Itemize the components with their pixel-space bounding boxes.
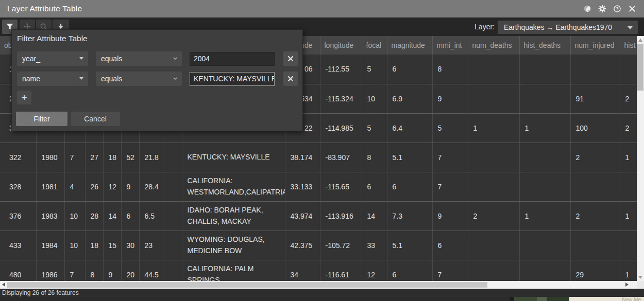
table-cell <box>163 201 182 231</box>
cancel-button[interactable]: Cancel <box>71 112 120 126</box>
filter-field-select-0[interactable]: year_ <box>17 51 88 66</box>
scroll-left-icon[interactable] <box>2 282 5 287</box>
filter-value-input-0[interactable]: 2004 <box>190 52 275 66</box>
title-bar: Layer Attribute Table <box>0 0 644 17</box>
table-cell: 2 <box>620 84 637 113</box>
column-header[interactable]: hist_deaths <box>519 36 570 55</box>
horizontal-scrollbar-thumb[interactable] <box>7 282 487 288</box>
table-cell: 1983 <box>36 201 64 231</box>
table-cell: 18 <box>103 143 121 172</box>
layer-select[interactable]: Earthquakes → Earthquakes1970 <box>498 21 638 34</box>
table-cell: 6 <box>121 201 139 231</box>
table-cell <box>519 260 570 281</box>
table-cell: 376 <box>0 201 36 231</box>
table-cell: KENTUCKY: MAYSVILLE <box>182 143 285 172</box>
add-filter-row-button[interactable]: + <box>17 91 31 104</box>
table-cell <box>519 231 570 260</box>
table-cell: 1 <box>468 113 519 143</box>
table-cell: -114.985 <box>320 113 362 143</box>
table-cell: 8 <box>362 143 387 172</box>
apply-filter-button[interactable]: Filter <box>16 112 67 126</box>
column-header[interactable]: num_injured <box>570 36 620 55</box>
chevron-down-icon <box>173 57 177 61</box>
vertical-scrollbar-thumb[interactable] <box>637 44 643 91</box>
table-cell: CALIFORNIA: PALM SPRINGS <box>182 260 285 281</box>
scroll-down-icon[interactable] <box>638 276 642 279</box>
table-row[interactable]: 376198310281466.5IDAHO: BORAH PEAK, CHAL… <box>0 201 637 231</box>
table-cell <box>468 231 519 260</box>
table-cell: -115.65 <box>320 172 362 201</box>
globe-icon[interactable] <box>583 4 592 13</box>
table-cell: 7 <box>432 260 468 281</box>
filter-value-input-1[interactable]: KENTUCKY: MAYSVILLE <box>190 72 275 86</box>
filter-operator-select-0[interactable]: equals <box>96 51 182 66</box>
map-place-label: New Me <box>622 297 641 301</box>
table-cell: -112.55 <box>320 55 362 84</box>
table-cell: 6 <box>387 172 432 201</box>
table-cell: 14 <box>103 201 121 231</box>
table-row[interactable]: 48019867892044.5CALIFORNIA: PALM SPRINGS… <box>0 260 637 281</box>
column-header[interactable]: num_deaths <box>468 36 519 55</box>
table-cell: 12 <box>362 260 387 281</box>
remove-filter-row-1-button[interactable] <box>283 72 298 86</box>
filter-row-1: name equals KENTUCKY: MAYSVILLE <box>17 72 298 86</box>
table-cell <box>519 143 570 172</box>
chevron-down-icon <box>628 26 633 29</box>
table-cell: 9 <box>432 84 468 113</box>
help-icon[interactable]: ? <box>613 4 622 13</box>
table-cell: 27 <box>85 143 103 172</box>
table-cell: WYOMING: DOUGLAS, MEDICINE BOW <box>182 231 285 260</box>
table-cell: 21.8 <box>139 143 163 172</box>
table-cell: 28.4 <box>139 172 163 201</box>
close-icon[interactable] <box>628 4 637 13</box>
table-cell: 29 <box>570 260 620 281</box>
svg-text:?: ? <box>616 6 619 11</box>
table-cell: 26 <box>85 172 103 201</box>
table-row[interactable]: 43319841018153023WYOMING: DOUGLAS, MEDIC… <box>0 231 637 260</box>
table-cell: 15 <box>103 231 121 260</box>
scroll-up-icon[interactable] <box>638 39 642 42</box>
column-header[interactable]: focal <box>362 36 387 55</box>
column-header[interactable]: longitude <box>320 36 362 55</box>
table-cell: 5 <box>362 55 387 84</box>
table-cell: 6.5 <box>139 201 163 231</box>
filter-operator-select-1[interactable]: equals <box>96 72 182 86</box>
table-cell <box>620 231 637 260</box>
table-row[interactable]: 328198142612928.4CALIFORNIA: WESTMORLAND… <box>0 172 637 201</box>
table-cell: 5 <box>432 113 468 143</box>
table-cell: 2 <box>468 201 519 231</box>
gear-icon[interactable] <box>598 4 607 13</box>
table-row[interactable]: 3221980727185221.8KENTUCKY: MAYSVILLE38.… <box>0 143 637 172</box>
scrollbar-corner <box>637 281 644 289</box>
table-cell: 2 <box>570 201 620 231</box>
table-cell <box>519 172 570 201</box>
column-header[interactable]: hist <box>620 36 637 55</box>
status-bar: Displaying 26 of 26 features <box>0 289 644 297</box>
table-cell: CALIFORNIA: WESTMORLAND,CALIPATRIA <box>182 172 285 201</box>
feature-count-text: Displaying 26 of 26 features <box>2 289 79 296</box>
table-cell: 34 <box>285 260 320 281</box>
table-cell: 9 <box>121 172 139 201</box>
table-cell: 7 <box>64 260 85 281</box>
remove-filter-row-0-button[interactable] <box>283 51 298 66</box>
column-header[interactable]: mmi_int <box>432 36 468 55</box>
vertical-scrollbar[interactable] <box>637 36 644 281</box>
table-cell: 14 <box>362 201 387 231</box>
table-cell <box>570 231 620 260</box>
table-cell: 43.974 <box>285 201 320 231</box>
table-cell: -115.324 <box>320 84 362 113</box>
filter-field-select-1[interactable]: name <box>17 72 88 86</box>
table-cell: 10 <box>64 201 85 231</box>
table-cell: IDAHO: BORAH PEAK, CHALLIS, MACKAY <box>182 201 285 231</box>
table-cell <box>163 143 182 172</box>
dialog-title: Filter Attribute Table <box>17 34 88 43</box>
table-cell: 9 <box>432 201 468 231</box>
table-cell: 6 <box>387 260 432 281</box>
table-cell: 7 <box>432 143 468 172</box>
column-header[interactable]: magnitude <box>387 36 432 55</box>
table-cell: 1981 <box>36 172 64 201</box>
table-cell: 6.9 <box>387 84 432 113</box>
scroll-right-icon[interactable] <box>625 282 629 287</box>
table-cell: 5 <box>362 113 387 143</box>
horizontal-scrollbar[interactable] <box>0 281 637 289</box>
